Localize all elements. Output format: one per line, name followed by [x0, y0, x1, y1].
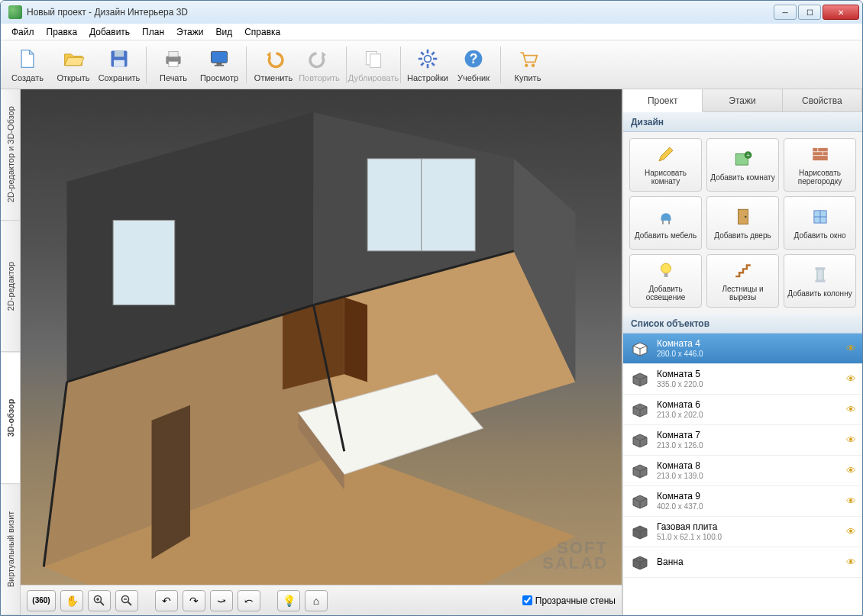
- buy-button[interactable]: Купить: [506, 44, 550, 86]
- right-tab-Свойства[interactable]: Свойства: [783, 89, 862, 111]
- box-icon: [629, 371, 651, 388]
- menu-план[interactable]: План: [136, 24, 170, 40]
- svg-text:?: ?: [470, 51, 478, 66]
- visibility-icon[interactable]: 👁: [846, 465, 856, 476]
- help-button[interactable]: ?Учебник: [451, 44, 496, 86]
- menubar: ФайлПравкаДобавитьПланЭтажиВидСправка: [1, 24, 862, 40]
- left-tab-0[interactable]: 2D-редактор и 3D-Обзор: [1, 89, 20, 221]
- svg-rect-52: [813, 148, 828, 160]
- menu-правка[interactable]: Правка: [40, 24, 84, 40]
- box-icon: [629, 340, 651, 357]
- preview-button[interactable]: Просмотр: [197, 44, 241, 86]
- box-icon: [629, 524, 651, 540]
- svg-rect-4: [169, 51, 178, 56]
- menu-этажи[interactable]: Этажи: [170, 24, 209, 40]
- menu-справка[interactable]: Справка: [238, 24, 286, 40]
- design-btn-door[interactable]: Добавить дверь: [706, 196, 779, 250]
- zoom-out-button[interactable]: [115, 590, 138, 611]
- visibility-icon[interactable]: 👁: [846, 343, 856, 354]
- svg-line-16: [421, 52, 424, 55]
- left-tab-3[interactable]: Виртуальный визит: [1, 484, 20, 615]
- window-controls: ─ ☐ ✕: [774, 5, 859, 20]
- design-btn-wall[interactable]: Нарисовать перегородку: [784, 138, 856, 192]
- right-tab-Проект[interactable]: Проект: [623, 89, 703, 112]
- visibility-icon[interactable]: 👁: [846, 526, 856, 537]
- visibility-icon[interactable]: 👁: [846, 495, 856, 507]
- close-button[interactable]: ✕: [823, 5, 859, 20]
- design-btn-column[interactable]: Добавить колонну: [784, 254, 856, 308]
- viewport-toolbar: (360) ✋ ↶ ↷ ⤻ ⤺ 💡 ⌂ Прозрачные стены: [21, 585, 622, 615]
- visibility-icon[interactable]: 👁: [846, 556, 856, 568]
- transparent-walls-checkbox[interactable]: Прозрачные стены: [522, 595, 616, 606]
- design-btn-chair[interactable]: Добавить мебель: [629, 196, 702, 250]
- maximize-button[interactable]: ☐: [798, 5, 821, 20]
- right-tab-Этажи[interactable]: Этажи: [703, 89, 782, 111]
- visibility-icon[interactable]: 👁: [846, 404, 856, 415]
- 360-button[interactable]: (360): [27, 590, 56, 611]
- object-item[interactable]: Комната 5335.0 x 220.0👁: [623, 364, 862, 395]
- 3d-view[interactable]: SOFT SALAD: [21, 89, 622, 585]
- home-button[interactable]: ⌂: [305, 590, 328, 611]
- box-icon: [629, 554, 651, 571]
- rotate-left-button[interactable]: ↶: [155, 590, 178, 611]
- design-btn-pencil[interactable]: Нарисовать комнату: [629, 138, 702, 192]
- svg-rect-67: [815, 267, 825, 269]
- open-button[interactable]: Открыть: [51, 44, 95, 86]
- rotate-right-button[interactable]: ↷: [183, 590, 205, 611]
- design-btn-bulb[interactable]: Добавить освещение: [629, 254, 702, 308]
- file-icon: [15, 47, 40, 71]
- svg-line-17: [432, 63, 435, 66]
- svg-rect-2: [114, 60, 124, 67]
- minimize-button[interactable]: ─: [774, 5, 797, 20]
- viewport: SOFT SALAD (360) ✋ ↶ ↷ ⤻ ⤺ 💡 ⌂ Прозрачны…: [21, 89, 622, 615]
- create-button[interactable]: Создать: [5, 44, 50, 86]
- object-item[interactable]: Ванна👁: [623, 547, 862, 578]
- object-item[interactable]: Комната 7213.0 x 126.0👁: [623, 425, 862, 456]
- redo-icon: [307, 47, 331, 71]
- svg-point-22: [525, 64, 528, 67]
- left-tab-1[interactable]: 2D-редактор: [1, 221, 20, 352]
- svg-rect-65: [664, 273, 667, 277]
- left-tab-2[interactable]: 3D-обзор: [1, 353, 20, 484]
- titlebar: Новый проект - Дизайн Интерьера 3D ─ ☐ ✕: [1, 1, 862, 24]
- settings-button[interactable]: Настройки: [406, 44, 450, 86]
- light-button[interactable]: 💡: [277, 590, 300, 611]
- design-section-header: Дизайн: [623, 112, 862, 132]
- visibility-icon[interactable]: 👁: [846, 373, 856, 385]
- design-btn-addroom[interactable]: +Добавить комнату: [706, 138, 779, 192]
- menu-вид[interactable]: Вид: [209, 24, 238, 40]
- print-button[interactable]: Печать: [151, 44, 196, 86]
- svg-point-64: [661, 263, 671, 273]
- tilt-down-button[interactable]: ⤺: [238, 590, 260, 611]
- cart-icon: [516, 47, 540, 71]
- save-button[interactable]: Сохранить: [97, 44, 141, 86]
- visibility-icon[interactable]: 👁: [846, 434, 856, 446]
- object-list[interactable]: Комната 4280.0 x 446.0👁Комната 5335.0 x …: [623, 334, 862, 615]
- duplicate-icon: [361, 47, 386, 71]
- svg-rect-7: [217, 63, 222, 65]
- pan-button[interactable]: ✋: [60, 590, 83, 611]
- svg-rect-68: [815, 279, 825, 282]
- svg-line-43: [101, 601, 105, 605]
- object-item[interactable]: Комната 8213.0 x 139.0👁: [623, 456, 862, 486]
- object-item[interactable]: Комната 6213.0 x 202.0👁: [623, 395, 862, 425]
- redo-button: Повторить: [297, 44, 341, 86]
- door-icon: [732, 207, 754, 228]
- object-item[interactable]: Комната 4280.0 x 446.0👁: [623, 334, 862, 364]
- svg-rect-5: [169, 62, 178, 67]
- svg-rect-66: [816, 268, 823, 280]
- object-item[interactable]: Газовая плита51.0 x 62.1 x 100.0👁: [623, 517, 862, 547]
- zoom-in-button[interactable]: [88, 590, 111, 611]
- menu-добавить[interactable]: Добавить: [83, 24, 136, 40]
- right-panel: ПроектЭтажиСвойства Дизайн Нарисовать ко…: [622, 89, 862, 615]
- undo-icon: [261, 47, 286, 71]
- menu-файл[interactable]: Файл: [5, 24, 40, 40]
- column-icon: [810, 265, 831, 286]
- design-btn-window[interactable]: Добавить окно: [784, 196, 856, 250]
- object-item[interactable]: Комната 9402.0 x 437.0👁: [623, 486, 862, 517]
- design-btn-stairs[interactable]: Лестницы и вырезы: [706, 254, 779, 308]
- tilt-up-button[interactable]: ⤻: [210, 590, 233, 611]
- undo-button[interactable]: Отменить: [251, 44, 296, 86]
- stairs-icon: [732, 260, 754, 282]
- objects-section-header: Список объектов: [623, 314, 862, 334]
